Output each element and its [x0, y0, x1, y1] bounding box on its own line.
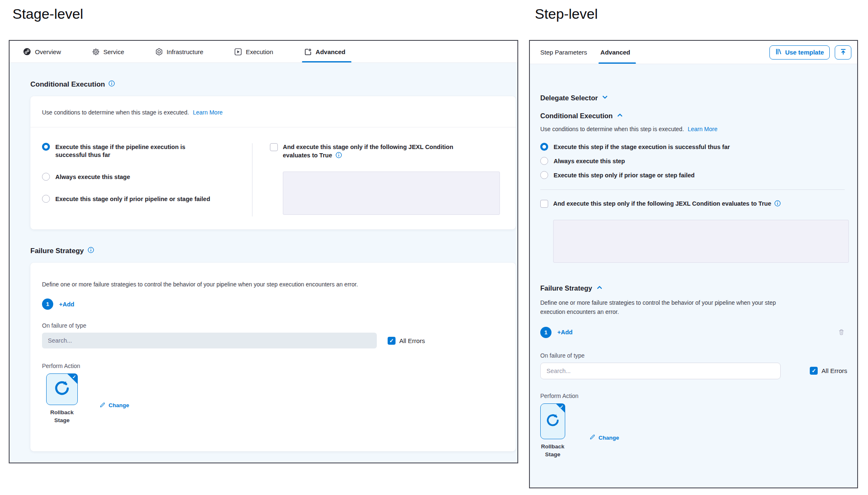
stage-level-title: Stage-level — [12, 6, 83, 22]
failure-strategy-heading-row: Failure Strategy — [30, 247, 517, 255]
delegate-selector-row[interactable]: Delegate Selector — [540, 94, 848, 102]
step-advanced-panel: Step Parameters Advanced Use template De… — [529, 40, 858, 488]
stage-tabbar: Overview Service Infrastructure Executio… — [10, 41, 517, 63]
failure-strategy-row[interactable]: Failure Strategy — [540, 284, 848, 292]
change-action-link[interactable]: Change — [589, 417, 619, 459]
perform-action-label: Perform Action — [42, 363, 504, 369]
section-divider — [540, 189, 845, 190]
conditional-execution-intro-row: Use conditions to determine when this st… — [540, 126, 848, 132]
advanced-icon — [304, 48, 312, 56]
chevron-up-icon[interactable] — [596, 284, 603, 292]
conditional-execution-row[interactable]: Conditional Execution — [540, 112, 848, 120]
stage-advanced-content: Conditional Execution Use conditions to … — [10, 80, 517, 451]
add-strategy-button[interactable]: +Add — [557, 329, 573, 336]
strategy-count-badge[interactable]: 1 — [540, 327, 551, 338]
all-errors-checkbox[interactable]: ✓ — [810, 367, 818, 375]
tab-advanced-label: Advanced — [316, 48, 346, 55]
tab-service-label: Service — [104, 48, 124, 55]
step-jexl-checkbox-row[interactable]: And execute this step only if the follow… — [540, 200, 848, 209]
all-errors-label: All Errors — [821, 367, 847, 374]
stage-condition-option-always[interactable]: Always execute this stage — [42, 173, 235, 181]
on-failure-of-type-label: On failure of type — [540, 352, 848, 359]
step-condition-option-always[interactable]: Always execute this step — [540, 157, 848, 165]
failure-type-search-input[interactable] — [42, 333, 377, 348]
radio-label: Always execute this stage — [55, 173, 130, 181]
tab-infrastructure-label: Infrastructure — [167, 48, 203, 55]
radio-unselected[interactable] — [42, 195, 50, 203]
tab-service[interactable]: Service — [92, 41, 124, 62]
tab-overview-label: Overview — [35, 48, 61, 55]
service-gear-icon — [92, 48, 100, 56]
conditional-execution-heading: Conditional Execution — [540, 112, 613, 120]
learn-more-link[interactable]: Learn More — [687, 126, 717, 132]
change-action-link[interactable]: Change — [99, 386, 129, 425]
save-as-template-button[interactable] — [835, 45, 851, 60]
stage-jexl-condition-input[interactable] — [283, 172, 500, 215]
conditional-execution-intro: Use conditions to determine when this st… — [42, 109, 189, 116]
tab-infrastructure[interactable]: Infrastructure — [155, 41, 203, 62]
info-icon[interactable] — [774, 200, 781, 209]
jexl-label: And execute this stage only if the follo… — [283, 143, 462, 160]
strategy-count-badge[interactable]: 1 — [42, 298, 53, 310]
tab-execution[interactable]: Execution — [234, 41, 273, 62]
conditional-execution-card: Use conditions to determine when this st… — [30, 96, 516, 229]
tab-advanced[interactable]: Advanced — [304, 41, 346, 62]
failure-strategy-intro: Define one or more failure strategies to… — [540, 298, 790, 317]
stage-condition-option-failed[interactable]: Execute this stage only if prior pipelin… — [42, 195, 235, 203]
chevron-down-icon[interactable] — [602, 94, 608, 102]
all-errors-group[interactable]: ✓ All Errors — [810, 367, 847, 375]
step-level-title: Step-level — [535, 6, 598, 22]
perform-action-label: Perform Action — [540, 393, 848, 399]
tab-step-advanced[interactable]: Advanced — [601, 41, 631, 64]
tab-execution-label: Execution — [246, 48, 273, 55]
tab-step-parameters[interactable]: Step Parameters — [540, 41, 587, 64]
info-icon[interactable] — [109, 80, 115, 89]
learn-more-link[interactable]: Learn More — [193, 109, 223, 116]
radio-label: Execute this stage only if prior pipelin… — [55, 195, 210, 203]
selected-check-icon: ✓ — [560, 404, 564, 410]
info-icon[interactable] — [88, 247, 94, 255]
failure-type-search-input[interactable] — [540, 363, 781, 379]
tab-overview[interactable]: Overview — [23, 41, 61, 62]
radio-unselected[interactable] — [42, 173, 50, 181]
jexl-checkbox[interactable] — [270, 143, 278, 151]
failure-strategy-heading: Failure Strategy — [30, 247, 84, 255]
info-icon[interactable] — [336, 152, 342, 161]
radio-unselected[interactable] — [540, 157, 548, 165]
radio-label: Execute this step only if prior stage or… — [554, 172, 695, 179]
use-template-button[interactable]: Use template — [769, 45, 830, 60]
radio-label: Execute this step if the stage execution… — [554, 143, 730, 151]
rollback-stage-label: Rollback Stage — [50, 409, 74, 425]
all-errors-label: All Errors — [399, 337, 425, 344]
failure-strategy-intro: Define one or more failure strategies to… — [42, 281, 504, 288]
step-tabbar: Step Parameters Advanced Use template — [530, 41, 857, 64]
add-strategy-button[interactable]: +Add — [59, 301, 74, 308]
conditional-execution-heading-row: Conditional Execution — [30, 80, 517, 89]
all-errors-group[interactable]: ✓ All Errors — [388, 337, 425, 345]
infrastructure-icon — [155, 48, 163, 56]
stage-condition-option-success[interactable]: Execute this stage if the pipeline execu… — [42, 143, 235, 159]
stage-jexl-checkbox-row[interactable]: And execute this stage only if the follo… — [270, 143, 500, 160]
tab-step-parameters-label: Step Parameters — [540, 49, 587, 56]
radio-label: Always execute this step — [554, 157, 625, 165]
selected-check-icon: ✓ — [72, 374, 76, 380]
chevron-up-icon[interactable] — [617, 112, 623, 120]
step-jexl-condition-input[interactable] — [553, 220, 849, 263]
pencil-icon — [589, 434, 596, 441]
radio-label: Execute this stage if the pipeline execu… — [55, 143, 199, 159]
failure-strategy-card: Define one or more failure strategies to… — [30, 263, 516, 451]
rollback-stage-label: Rollback Stage — [541, 443, 564, 459]
all-errors-checkbox[interactable]: ✓ — [388, 337, 396, 345]
rollback-stage-action-card[interactable]: ✓ — [540, 403, 565, 439]
step-condition-option-success[interactable]: Execute this step if the stage execution… — [540, 143, 848, 151]
rollback-icon — [545, 413, 561, 430]
delete-strategy-button[interactable] — [838, 329, 845, 336]
radio-selected[interactable] — [540, 143, 548, 151]
rollback-stage-action-card[interactable]: ✓ — [46, 373, 78, 405]
failure-strategy-heading: Failure Strategy — [540, 284, 592, 292]
stage-advanced-panel: Overview Service Infrastructure Executio… — [9, 40, 518, 463]
radio-unselected[interactable] — [540, 171, 548, 179]
radio-selected[interactable] — [42, 143, 50, 151]
step-condition-option-failed[interactable]: Execute this step only if prior stage or… — [540, 172, 848, 179]
jexl-checkbox[interactable] — [540, 200, 548, 208]
